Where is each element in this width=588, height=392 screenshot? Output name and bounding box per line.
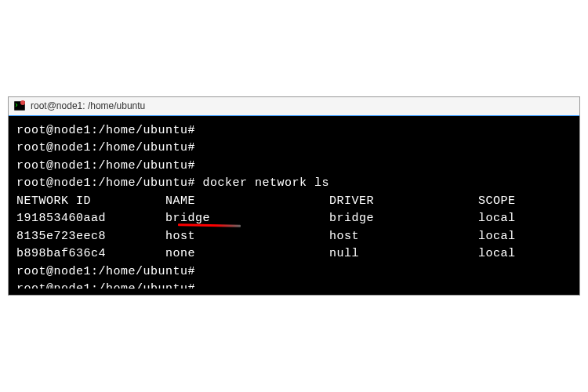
command-text: docker network ls (203, 176, 330, 190)
command-line: root@node1:/home/ubuntu# docker network … (16, 175, 572, 193)
prompt-line: root@node1:/home/ubuntu# (16, 263, 572, 281)
table-header-row: NETWORK ID NAME DRIVER SCOPE (16, 193, 572, 211)
terminal-body[interactable]: root@node1:/home/ubuntu# root@node1:/hom… (9, 116, 579, 296)
terminal-icon (13, 100, 26, 112)
svg-point-2 (20, 100, 25, 105)
prompt-line: root@node1:/home/ubuntu# (16, 140, 572, 158)
table-row: b898baf636c4 none null local (16, 245, 572, 263)
prompt-line: root@node1:/home/ubuntu# (16, 158, 572, 176)
prompt-line-partial: root@node1:/home/ubuntu# (16, 281, 572, 289)
window-titlebar[interactable]: root@node1: /home/ubuntu (9, 97, 579, 116)
window-title: root@node1: /home/ubuntu (31, 100, 145, 111)
table-row: 8135e723eec8 host host local (16, 228, 572, 246)
table-row: 191853460aad bridge bridge local (16, 210, 572, 228)
prompt-line: root@node1:/home/ubuntu# (16, 122, 572, 140)
terminal-window: root@node1: /home/ubuntu root@node1:/hom… (8, 96, 580, 296)
